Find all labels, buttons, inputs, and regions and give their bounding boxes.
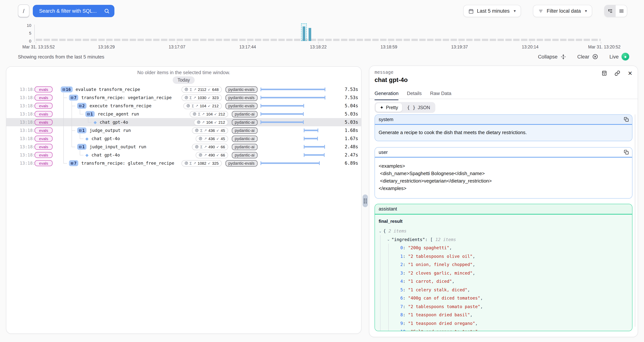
- span-detail-panel: message ✕ chat gpt-4o Generation Details…: [369, 66, 638, 337]
- x-tick-label: 13:17:44: [239, 45, 256, 49]
- output-tokens-arrow-icon: ↙: [216, 153, 219, 157]
- span-row[interactable]: 13:18:11evals⊟16evaluate transform_recip…: [6, 85, 361, 94]
- token-usage-chip: Σ↗1030↙323: [181, 94, 222, 101]
- token-usage-chip: Σ↗436↙45: [192, 127, 228, 134]
- detail-scrollbar[interactable]: [635, 114, 636, 327]
- tab-raw-data[interactable]: Raw Data: [430, 90, 451, 100]
- x-tick: [601, 42, 601, 44]
- span-row[interactable]: 13:18:11evals⊟2execute transform_recipeΣ…: [6, 102, 361, 110]
- tree-view-button[interactable]: [604, 5, 616, 17]
- output-tokens-arrow-icon: ↙: [216, 128, 219, 132]
- copy-icon[interactable]: [624, 150, 629, 154]
- span-row[interactable]: 13:18:16evals⊟1judge_output runΣ↗436↙45p…: [6, 126, 361, 134]
- span-name: execute transform_recipe: [90, 103, 152, 108]
- evals-badge[interactable]: evals: [35, 94, 52, 100]
- collapse-all-button[interactable]: Collapse: [538, 54, 566, 60]
- evals-badge[interactable]: evals: [35, 136, 52, 142]
- sigma-total-icon: Σ: [190, 161, 192, 165]
- histogram-bar[interactable]: [302, 26, 305, 41]
- pretty-view-button[interactable]: ✦ Pretty: [376, 103, 402, 112]
- token-usage-chip: ↗436↙45: [196, 136, 228, 142]
- json-index: 9: [400, 321, 403, 326]
- expand-collapse-badge[interactable]: ⊟1: [77, 128, 87, 133]
- search-icon: [104, 8, 110, 14]
- sigma-total-icon: Σ: [200, 128, 202, 132]
- y-axis-line: [34, 24, 35, 42]
- evals-badge[interactable]: evals: [35, 144, 52, 150]
- list-view-button[interactable]: [616, 5, 627, 17]
- json-view-button[interactable]: { } JSON: [403, 103, 434, 112]
- live-toggle[interactable]: Live ◆: [609, 53, 629, 60]
- chevron-down-icon[interactable]: ⌄: [379, 229, 382, 233]
- input-tokens: 1082: [198, 161, 206, 166]
- expand-collapse-badge[interactable]: ⊟7: [69, 95, 78, 100]
- evals-badge[interactable]: evals: [35, 119, 52, 125]
- sigma-total-icon: Σ: [192, 104, 194, 108]
- clear-circle-x-icon: [592, 54, 598, 60]
- instrumentation-tag: pydantic-evals: [225, 94, 258, 101]
- span-row[interactable]: 13:18:11evals⊟1recipe_agent runΣ↗104↙212…: [6, 110, 361, 118]
- filter-local-data-button[interactable]: Filter local data ▾: [533, 5, 592, 17]
- expand-collapse-badge[interactable]: ⊟1: [77, 144, 87, 150]
- json-string-value: "2 tablespoons tomato paste": [408, 304, 480, 309]
- time-range-button[interactable]: Last 5 minutes ▾: [463, 5, 521, 17]
- span-row[interactable]: 13:18:11evals⊟7transform_recipe: vegetar…: [6, 94, 361, 102]
- x-tick-label: 13:20:14: [522, 45, 538, 49]
- tab-details[interactable]: Details: [407, 90, 422, 100]
- expand-collapse-badge[interactable]: ⊟1: [85, 111, 95, 117]
- span-row[interactable]: 13:18:16evals◆chat gpt-4o↗490↙66pydantic…: [6, 151, 361, 159]
- evals-badge[interactable]: evals: [35, 103, 52, 108]
- search-button[interactable]: Search & filter with SQL...: [33, 5, 114, 17]
- span-row[interactable]: 13:18:11evals◆chat gpt-4o↗104↙212pydanti…: [6, 118, 361, 126]
- span-duration: 6.89s: [345, 160, 358, 166]
- evals-badge[interactable]: evals: [35, 160, 52, 166]
- x-tick-label: 13:19:37: [451, 45, 468, 49]
- token-coin-icon: [199, 153, 202, 157]
- sigma-total-icon: Σ: [190, 87, 192, 92]
- expand-collapse-badge[interactable]: ⊟16: [61, 86, 73, 92]
- duration-bar: [260, 122, 304, 123]
- y-tick-label: 0: [2, 39, 31, 43]
- chevron-down-icon[interactable]: ⌄: [387, 238, 390, 242]
- token-coin-icon: [184, 161, 188, 165]
- input-tokens: 490: [208, 144, 215, 149]
- slash-shortcut-key[interactable]: /: [18, 4, 30, 17]
- evals-badge[interactable]: evals: [35, 127, 52, 133]
- indent-guide: [380, 235, 380, 331]
- duration-bar: [260, 113, 304, 115]
- clear-button[interactable]: Clear: [577, 54, 598, 60]
- assistant-role-label: assistant: [379, 206, 397, 212]
- copy-link-icon[interactable]: [615, 70, 620, 76]
- records-histogram[interactable]: 1050 Mar 31. 13:15:5213:16:2913:17:0713:…: [0, 19, 644, 54]
- expand-collapse-badge[interactable]: ⊞7: [69, 160, 78, 166]
- close-panel-icon[interactable]: ✕: [628, 70, 632, 76]
- records-status-bar: Showing records from the last 5 minutes …: [0, 52, 644, 62]
- system-message-block: system Generate a recipe to cook the dis…: [374, 114, 632, 141]
- tree-connector: [80, 134, 80, 138]
- input-tokens: 490: [208, 153, 215, 157]
- json-key: "ingredients": [392, 237, 425, 242]
- span-row[interactable]: 13:18:11evals⊞7transform_recipe: gluten_…: [6, 159, 361, 167]
- input-tokens: 104: [200, 104, 206, 108]
- panel-resize-handle[interactable]: [362, 194, 368, 207]
- copy-icon[interactable]: [624, 117, 629, 122]
- tab-generation[interactable]: Generation: [374, 90, 398, 100]
- span-row[interactable]: 13:18:16evals⊟1judge_input_output runΣ↗4…: [6, 143, 361, 151]
- y-tick-label: 10: [2, 23, 31, 28]
- instrumentation-tag: pydantic-evals: [225, 160, 258, 166]
- chevron-down-icon: ▾: [514, 8, 516, 14]
- filter-lines-icon: [538, 8, 544, 14]
- output-tokens-arrow-icon: ↙: [208, 96, 210, 100]
- token-coin-icon: [185, 88, 188, 91]
- today-pill[interactable]: Today: [173, 76, 195, 84]
- duration-bar: [260, 97, 325, 98]
- duration-bar: [304, 138, 318, 139]
- evals-badge[interactable]: evals: [35, 152, 52, 158]
- histogram-bar[interactable]: [308, 28, 311, 41]
- dock-panel-icon[interactable]: [602, 70, 607, 76]
- expand-collapse-badge[interactable]: ⊟2: [77, 103, 87, 109]
- span-row[interactable]: 13:18:16evals◆chat gpt-4o↗436↙45pydantic…: [6, 134, 361, 143]
- evals-badge[interactable]: evals: [35, 86, 52, 92]
- evals-badge[interactable]: evals: [35, 111, 52, 117]
- output-tokens: 212: [218, 112, 225, 116]
